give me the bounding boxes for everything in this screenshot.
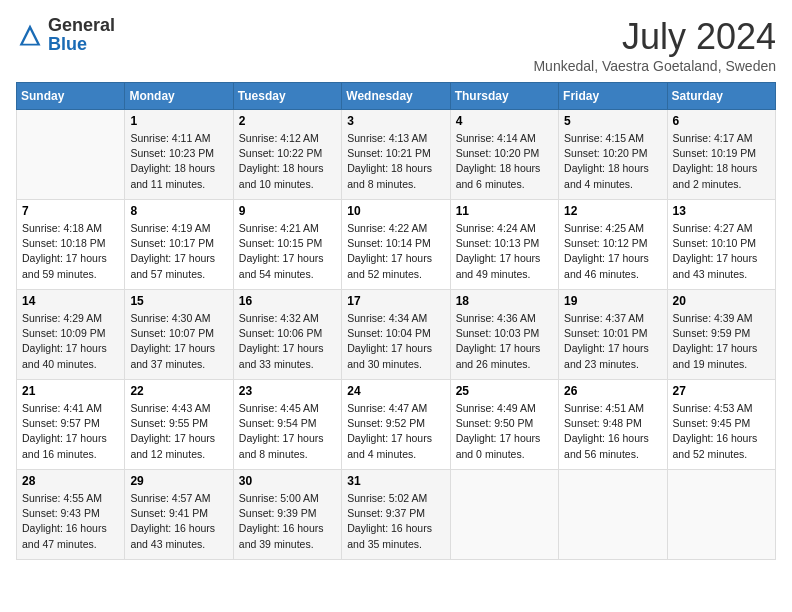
day-number: 5 [564, 114, 661, 128]
day-number: 26 [564, 384, 661, 398]
day-info: Sunrise: 4:15 AMSunset: 10:20 PMDaylight… [564, 131, 661, 192]
calendar-cell: 22Sunrise: 4:43 AMSunset: 9:55 PMDayligh… [125, 380, 233, 470]
day-number: 13 [673, 204, 770, 218]
day-number: 2 [239, 114, 336, 128]
day-info: Sunrise: 4:22 AMSunset: 10:14 PMDaylight… [347, 221, 444, 282]
day-info: Sunrise: 5:00 AMSunset: 9:39 PMDaylight:… [239, 491, 336, 552]
calendar-cell: 5Sunrise: 4:15 AMSunset: 10:20 PMDayligh… [559, 110, 667, 200]
calendar-cell [667, 470, 775, 560]
day-info: Sunrise: 4:39 AMSunset: 9:59 PMDaylight:… [673, 311, 770, 372]
day-number: 18 [456, 294, 553, 308]
calendar-header: SundayMondayTuesdayWednesdayThursdayFrid… [17, 83, 776, 110]
calendar-cell: 27Sunrise: 4:53 AMSunset: 9:45 PMDayligh… [667, 380, 775, 470]
day-info: Sunrise: 4:24 AMSunset: 10:13 PMDaylight… [456, 221, 553, 282]
calendar-cell: 31Sunrise: 5:02 AMSunset: 9:37 PMDayligh… [342, 470, 450, 560]
day-number: 28 [22, 474, 119, 488]
logo-icon [16, 21, 44, 49]
day-info: Sunrise: 4:37 AMSunset: 10:01 PMDaylight… [564, 311, 661, 372]
day-info: Sunrise: 4:17 AMSunset: 10:19 PMDaylight… [673, 131, 770, 192]
day-info: Sunrise: 4:34 AMSunset: 10:04 PMDaylight… [347, 311, 444, 372]
calendar-table: SundayMondayTuesdayWednesdayThursdayFrid… [16, 82, 776, 560]
day-info: Sunrise: 4:19 AMSunset: 10:17 PMDaylight… [130, 221, 227, 282]
day-number: 10 [347, 204, 444, 218]
calendar-cell: 15Sunrise: 4:30 AMSunset: 10:07 PMDaylig… [125, 290, 233, 380]
day-number: 6 [673, 114, 770, 128]
calendar-cell: 18Sunrise: 4:36 AMSunset: 10:03 PMDaylig… [450, 290, 558, 380]
day-header-monday: Monday [125, 83, 233, 110]
calendar-week-4: 21Sunrise: 4:41 AMSunset: 9:57 PMDayligh… [17, 380, 776, 470]
page-header: General Blue July 2024 Munkedal, Vaestra… [16, 16, 776, 74]
day-info: Sunrise: 4:25 AMSunset: 10:12 PMDaylight… [564, 221, 661, 282]
day-number: 16 [239, 294, 336, 308]
day-header-friday: Friday [559, 83, 667, 110]
day-info: Sunrise: 4:21 AMSunset: 10:15 PMDaylight… [239, 221, 336, 282]
day-number: 11 [456, 204, 553, 218]
calendar-week-5: 28Sunrise: 4:55 AMSunset: 9:43 PMDayligh… [17, 470, 776, 560]
calendar-cell: 13Sunrise: 4:27 AMSunset: 10:10 PMDaylig… [667, 200, 775, 290]
days-header-row: SundayMondayTuesdayWednesdayThursdayFrid… [17, 83, 776, 110]
day-number: 23 [239, 384, 336, 398]
day-header-wednesday: Wednesday [342, 83, 450, 110]
day-header-thursday: Thursday [450, 83, 558, 110]
calendar-cell: 7Sunrise: 4:18 AMSunset: 10:18 PMDayligh… [17, 200, 125, 290]
logo: General Blue [16, 16, 115, 54]
day-info: Sunrise: 4:55 AMSunset: 9:43 PMDaylight:… [22, 491, 119, 552]
location-title: Munkedal, Vaestra Goetaland, Sweden [533, 58, 776, 74]
day-header-sunday: Sunday [17, 83, 125, 110]
calendar-cell: 11Sunrise: 4:24 AMSunset: 10:13 PMDaylig… [450, 200, 558, 290]
day-number: 27 [673, 384, 770, 398]
calendar-cell: 30Sunrise: 5:00 AMSunset: 9:39 PMDayligh… [233, 470, 341, 560]
day-info: Sunrise: 4:47 AMSunset: 9:52 PMDaylight:… [347, 401, 444, 462]
day-number: 15 [130, 294, 227, 308]
day-number: 12 [564, 204, 661, 218]
calendar-cell [559, 470, 667, 560]
day-info: Sunrise: 4:36 AMSunset: 10:03 PMDaylight… [456, 311, 553, 372]
day-number: 21 [22, 384, 119, 398]
day-header-tuesday: Tuesday [233, 83, 341, 110]
calendar-week-3: 14Sunrise: 4:29 AMSunset: 10:09 PMDaylig… [17, 290, 776, 380]
calendar-cell: 25Sunrise: 4:49 AMSunset: 9:50 PMDayligh… [450, 380, 558, 470]
calendar-cell: 23Sunrise: 4:45 AMSunset: 9:54 PMDayligh… [233, 380, 341, 470]
logo-general-text: General [48, 15, 115, 35]
title-block: July 2024 Munkedal, Vaestra Goetaland, S… [533, 16, 776, 74]
day-info: Sunrise: 5:02 AMSunset: 9:37 PMDaylight:… [347, 491, 444, 552]
day-number: 14 [22, 294, 119, 308]
calendar-cell: 6Sunrise: 4:17 AMSunset: 10:19 PMDayligh… [667, 110, 775, 200]
day-info: Sunrise: 4:14 AMSunset: 10:20 PMDaylight… [456, 131, 553, 192]
day-info: Sunrise: 4:41 AMSunset: 9:57 PMDaylight:… [22, 401, 119, 462]
calendar-week-2: 7Sunrise: 4:18 AMSunset: 10:18 PMDayligh… [17, 200, 776, 290]
day-number: 3 [347, 114, 444, 128]
calendar-cell: 26Sunrise: 4:51 AMSunset: 9:48 PMDayligh… [559, 380, 667, 470]
calendar-cell: 17Sunrise: 4:34 AMSunset: 10:04 PMDaylig… [342, 290, 450, 380]
day-info: Sunrise: 4:43 AMSunset: 9:55 PMDaylight:… [130, 401, 227, 462]
calendar-cell: 16Sunrise: 4:32 AMSunset: 10:06 PMDaylig… [233, 290, 341, 380]
calendar-cell: 21Sunrise: 4:41 AMSunset: 9:57 PMDayligh… [17, 380, 125, 470]
calendar-cell: 14Sunrise: 4:29 AMSunset: 10:09 PMDaylig… [17, 290, 125, 380]
day-info: Sunrise: 4:30 AMSunset: 10:07 PMDaylight… [130, 311, 227, 372]
day-number: 24 [347, 384, 444, 398]
day-info: Sunrise: 4:53 AMSunset: 9:45 PMDaylight:… [673, 401, 770, 462]
calendar-cell: 28Sunrise: 4:55 AMSunset: 9:43 PMDayligh… [17, 470, 125, 560]
day-info: Sunrise: 4:49 AMSunset: 9:50 PMDaylight:… [456, 401, 553, 462]
day-number: 1 [130, 114, 227, 128]
day-info: Sunrise: 4:12 AMSunset: 10:22 PMDaylight… [239, 131, 336, 192]
day-info: Sunrise: 4:32 AMSunset: 10:06 PMDaylight… [239, 311, 336, 372]
day-info: Sunrise: 4:18 AMSunset: 10:18 PMDaylight… [22, 221, 119, 282]
day-number: 20 [673, 294, 770, 308]
day-info: Sunrise: 4:27 AMSunset: 10:10 PMDaylight… [673, 221, 770, 282]
calendar-week-1: 1Sunrise: 4:11 AMSunset: 10:23 PMDayligh… [17, 110, 776, 200]
calendar-cell: 29Sunrise: 4:57 AMSunset: 9:41 PMDayligh… [125, 470, 233, 560]
calendar-cell: 3Sunrise: 4:13 AMSunset: 10:21 PMDayligh… [342, 110, 450, 200]
day-number: 8 [130, 204, 227, 218]
day-number: 30 [239, 474, 336, 488]
calendar-cell: 24Sunrise: 4:47 AMSunset: 9:52 PMDayligh… [342, 380, 450, 470]
calendar-cell: 1Sunrise: 4:11 AMSunset: 10:23 PMDayligh… [125, 110, 233, 200]
calendar-body: 1Sunrise: 4:11 AMSunset: 10:23 PMDayligh… [17, 110, 776, 560]
day-number: 7 [22, 204, 119, 218]
day-info: Sunrise: 4:11 AMSunset: 10:23 PMDaylight… [130, 131, 227, 192]
calendar-cell [450, 470, 558, 560]
day-number: 17 [347, 294, 444, 308]
calendar-cell: 12Sunrise: 4:25 AMSunset: 10:12 PMDaylig… [559, 200, 667, 290]
day-number: 4 [456, 114, 553, 128]
calendar-cell [17, 110, 125, 200]
